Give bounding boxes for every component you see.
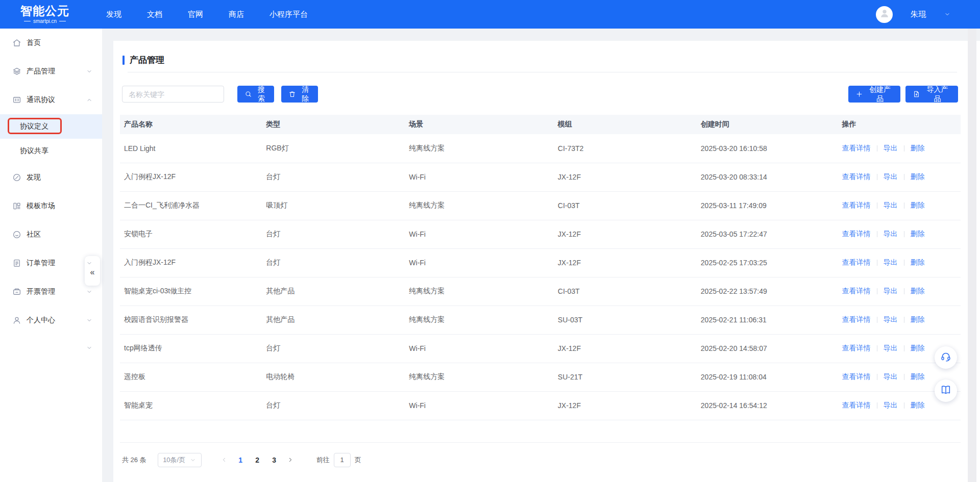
next-page-button[interactable] (283, 453, 298, 467)
action-view-details[interactable]: 查看详情 (842, 401, 871, 409)
cell-type: 吸顶灯 (262, 191, 405, 220)
sidebar-item-label: 发现 (27, 173, 41, 182)
action-export[interactable]: 导出 (884, 315, 898, 323)
action-view-details[interactable]: 查看详情 (842, 315, 871, 323)
action-export[interactable]: 导出 (884, 144, 898, 152)
avatar[interactable] (876, 6, 893, 23)
action-delete[interactable]: 删除 (911, 344, 925, 352)
action-view-details[interactable]: 查看详情 (842, 230, 871, 238)
topnav-item-docs[interactable]: 文档 (147, 10, 162, 19)
sidebar-item-home[interactable]: 首页 (0, 29, 102, 57)
sidebar-item-template-market[interactable]: 模板市场 (0, 192, 102, 220)
import-product-button[interactable]: 导入产品 (905, 86, 958, 103)
sidebar-item-personal-center[interactable]: 个人中心 (0, 306, 102, 335)
page-scrollbar[interactable] (968, 29, 976, 482)
topbar: 智能公元 smartpi.cn 发现文档官网商店小程序平台 朱琨 (0, 0, 980, 29)
action-delete[interactable]: 删除 (911, 258, 925, 266)
layers-icon (12, 67, 21, 76)
action-separator (877, 174, 877, 180)
action-export[interactable]: 导出 (884, 401, 898, 409)
action-view-details[interactable]: 查看详情 (842, 287, 871, 295)
cell-created: 2025-02-21 11:06:31 (697, 306, 838, 334)
user-menu-chevron-down-icon[interactable] (944, 11, 950, 17)
page-number-1[interactable]: 1 (232, 456, 249, 464)
page-number-2[interactable]: 2 (249, 456, 266, 464)
action-view-details[interactable]: 查看详情 (842, 258, 871, 266)
column-header-3: 模组 (554, 115, 697, 134)
topnav-item-discover[interactable]: 发现 (106, 10, 121, 19)
clear-button-label: 清除 (300, 85, 311, 104)
sidebar-item-community[interactable]: 社区 (0, 220, 102, 249)
action-export[interactable]: 导出 (884, 258, 898, 266)
cell-name: 智能桌宠ci-03t做主控 (120, 277, 262, 306)
action-view-details[interactable]: 查看详情 (842, 201, 871, 209)
sidebar-item-label: 社区 (27, 230, 41, 239)
sidebar-item-hidden-item[interactable] (0, 335, 102, 361)
cell-created: 2025-02-14 16:54:12 (697, 391, 838, 420)
page-size-select[interactable]: 10条/页 (158, 453, 202, 467)
action-view-details[interactable]: 查看详情 (842, 172, 871, 181)
page-numbers: 123 (232, 456, 283, 464)
cell-name: 入门例程JX-12F (120, 248, 262, 277)
action-delete[interactable]: 删除 (911, 172, 925, 181)
column-header-5: 操作 (838, 115, 961, 134)
create-product-button[interactable]: 创建产品 (848, 86, 900, 103)
plus-icon (855, 90, 863, 98)
action-delete[interactable]: 删除 (911, 230, 925, 238)
action-export[interactable]: 导出 (884, 201, 898, 209)
template-icon (12, 201, 21, 211)
action-export[interactable]: 导出 (884, 230, 898, 238)
action-delete[interactable]: 删除 (911, 201, 925, 209)
sidebar-item-product-management[interactable]: 产品管理 (0, 57, 102, 86)
action-delete[interactable]: 删除 (911, 144, 925, 152)
topnav-item-mini-program-platform[interactable]: 小程序平台 (270, 10, 308, 19)
cell-name: LED Light (120, 134, 262, 163)
sidebar-item-discover[interactable]: 发现 (0, 163, 102, 192)
action-separator (877, 260, 877, 266)
search-input[interactable] (122, 86, 224, 103)
topnav-item-store[interactable]: 商店 (229, 10, 244, 19)
cell-scene: 纯离线方案 (405, 191, 554, 220)
action-separator (877, 231, 877, 237)
table-row: 智能桌宠ci-03t做主控其他产品纯离线方案CI-03T2025-02-22 1… (120, 277, 961, 306)
docs-fab-button[interactable] (935, 379, 957, 402)
cell-type: 其他产品 (262, 277, 405, 306)
logo[interactable]: 智能公元 smartpi.cn (20, 5, 69, 24)
action-delete[interactable]: 删除 (911, 401, 925, 409)
cell-actions: 查看详情导出删除 (838, 163, 961, 191)
action-export[interactable]: 导出 (884, 344, 898, 352)
action-view-details[interactable]: 查看详情 (842, 344, 871, 352)
cell-created: 2025-02-22 13:57:49 (697, 277, 838, 306)
action-delete[interactable]: 删除 (911, 287, 925, 295)
sidebar-item-communication-protocol[interactable]: 通讯协议 (0, 86, 102, 114)
search-button[interactable]: 搜索 (237, 86, 274, 103)
user-name[interactable]: 朱琨 (911, 10, 926, 19)
action-delete[interactable]: 删除 (911, 315, 925, 323)
column-header-0: 产品名称 (120, 115, 262, 134)
page-number-3[interactable]: 3 (266, 456, 283, 464)
support-fab-button[interactable] (935, 346, 957, 369)
cell-name: 校园语音识别报警器 (120, 306, 262, 334)
trash-icon (288, 90, 296, 98)
action-separator (877, 202, 877, 209)
sidebar-subitem-protocol-sharing[interactable]: 协议共享 (0, 139, 102, 163)
prev-page-button[interactable] (217, 453, 232, 467)
action-export[interactable]: 导出 (884, 287, 898, 295)
toolbar: 搜索 清除 创建产品 导入产品 (122, 86, 958, 103)
import-file-icon (913, 90, 920, 98)
sidebar-subitem-protocol-definition[interactable]: 协议定义 (0, 114, 102, 139)
action-separator (904, 345, 904, 351)
action-view-details[interactable]: 查看详情 (842, 372, 871, 380)
action-export[interactable]: 导出 (884, 372, 898, 380)
topnav-item-official-site[interactable]: 官网 (188, 10, 203, 19)
goto-page-input[interactable] (334, 453, 351, 467)
clear-button[interactable]: 清除 (281, 86, 318, 103)
action-delete[interactable]: 删除 (911, 372, 925, 380)
action-separator (904, 402, 904, 409)
products-table: 产品名称类型场景模组创建时间操作 LED LightRGB灯纯离线方案CI-73… (120, 115, 961, 443)
action-export[interactable]: 导出 (884, 172, 898, 181)
sidebar-subitem-label: 协议共享 (20, 146, 48, 156)
action-view-details[interactable]: 查看详情 (842, 144, 871, 152)
table-body: LED LightRGB灯纯离线方案CI-73T22025-03-20 16:1… (120, 134, 961, 442)
table-spacer-cell (120, 420, 961, 442)
